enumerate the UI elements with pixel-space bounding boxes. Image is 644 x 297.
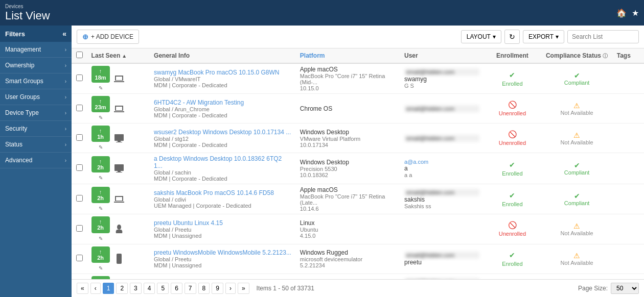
platform-version: 5.2.21234 (300, 262, 396, 268)
search-input[interactable] (567, 30, 639, 43)
device-name-link[interactable]: wsuser2 Desktop Windows Desktop 10.0.171… (154, 129, 292, 136)
tags-cell (613, 214, 644, 244)
row-checkbox[interactable] (76, 164, 83, 171)
ban-circle-icon: 🚫 (508, 221, 517, 229)
device-name-link[interactable]: a Desktop Windows Desktop 10.0.18362 6TQ… (154, 155, 292, 169)
user-header: User (400, 48, 484, 63)
add-device-button[interactable]: ⊕ + ADD DEVICE (77, 30, 139, 44)
star-icon[interactable]: ★ (632, 8, 639, 18)
device-name-link[interactable]: 6HTD4C2 - AW Migration Testing (154, 99, 292, 106)
user-display-name: a a (404, 172, 479, 178)
compliance-status: ✔ Compliant (545, 161, 609, 176)
svg-rect-3 (114, 164, 124, 171)
toolbar-right: LAYOUT ▾ ↻ EXPORT ▾ (461, 30, 639, 44)
compliance-label: Not Available (561, 139, 593, 145)
page-4-button[interactable]: 4 (144, 283, 155, 294)
last-seen-sort[interactable]: Last Seen ▲ (91, 52, 146, 59)
toolbar: ⊕ + ADD DEVICE LAYOUT ▾ ↻ EXPORT ▾ (72, 26, 644, 48)
sidebar-item-management[interactable]: Management › (0, 42, 72, 58)
page-7-button[interactable]: 7 (185, 283, 196, 294)
enrollment-label: Unenrolled (499, 110, 526, 116)
edit-icon[interactable]: ✎ (99, 265, 103, 271)
pagesize-select[interactable]: 50 25 100 (611, 283, 639, 294)
compliance-status: ✔ Compliant (545, 71, 609, 86)
export-button[interactable]: EXPORT ▾ (523, 30, 564, 43)
table-row: ↑1h ✎ wsuser2 Desktop Windows Desktop 10… (72, 123, 644, 153)
page-2-button[interactable]: 2 (116, 283, 128, 294)
sidebar-item-user-groups[interactable]: User Groups › (0, 89, 72, 105)
device-group: Global / sachin (154, 169, 292, 176)
compliance-label: Not Available (561, 260, 593, 266)
page-1-button[interactable]: 1 (103, 283, 114, 294)
edit-icon[interactable]: ✎ (99, 236, 103, 241)
sidebar-item-ownership[interactable]: Ownership › (0, 58, 72, 73)
compliance-status: ⚠ Not Available (545, 131, 609, 145)
device-icon (112, 192, 126, 206)
plus-icon: ⊕ (82, 33, 88, 41)
platform-header[interactable]: Platform (296, 48, 400, 63)
info-icon[interactable]: ⓘ (603, 53, 608, 59)
ban-circle-icon: 🚫 (508, 101, 517, 109)
chevron-right-icon: › (65, 63, 66, 68)
page-9-button[interactable]: 9 (212, 283, 223, 294)
page-5-button[interactable]: 5 (157, 283, 169, 294)
svg-point-6 (117, 225, 121, 230)
row-checkbox[interactable] (76, 105, 83, 111)
refresh-button[interactable]: ↻ (504, 30, 520, 44)
edit-icon[interactable]: ✎ (99, 85, 103, 91)
last-page-button[interactable]: » (238, 283, 249, 294)
device-group: Global / VMwareIT (154, 76, 292, 82)
enrollment-header: Enrollment (484, 48, 541, 63)
last-seen-header[interactable]: Last Seen ▲ (87, 48, 150, 63)
compliance-label: Compliant (564, 80, 590, 86)
sidebar-item-label: Advanced (5, 157, 32, 164)
sidebar-toggle-button[interactable]: « (62, 30, 66, 38)
prev-page-button[interactable]: ‹ (90, 283, 101, 294)
chevron-down-icon: ▾ (493, 33, 496, 40)
home-icon[interactable]: 🏠 (616, 8, 627, 18)
sidebar-item-security[interactable]: Security › (0, 121, 72, 137)
edit-icon[interactable]: ✎ (99, 144, 103, 150)
edit-icon[interactable]: ✎ (99, 175, 103, 181)
table-row: ↑18m ✎ swamyg MacBook Pro macOS 10.15.0 … (72, 63, 644, 94)
enrollment-status: ✔ Enrolled (488, 71, 537, 87)
next-page-button[interactable]: › (225, 283, 236, 294)
check-circle-icon: ✔ (574, 161, 580, 169)
select-all-header[interactable] (72, 48, 87, 63)
general-info-header: General Info (150, 48, 296, 63)
page-3-button[interactable]: 3 (130, 283, 142, 294)
page-6-button[interactable]: 6 (171, 283, 182, 294)
row-checkbox[interactable] (76, 75, 83, 81)
first-page-button[interactable]: « (77, 283, 88, 294)
sidebar-item-device-type[interactable]: Device Type › (0, 105, 72, 121)
device-icon (112, 222, 126, 236)
device-name-link[interactable]: swamyg MacBook Pro macOS 10.15.0 G8WN (154, 69, 292, 76)
page-8-button[interactable]: 8 (198, 283, 210, 294)
device-name-link[interactable]: preetu WindowsMobile WindowsMobile 5.2.2… (154, 249, 292, 256)
enrollment-label: Unenrolled (499, 140, 526, 146)
edit-icon[interactable]: ✎ (99, 115, 103, 120)
device-name-link[interactable]: preetu Ubuntu Linux 4.15 (154, 219, 292, 227)
device-icon (112, 71, 126, 86)
row-checkbox[interactable] (76, 134, 83, 141)
enrollment-status: ✔ Enrolled (488, 161, 537, 177)
edit-icon[interactable]: ✎ (99, 206, 103, 211)
compliance-status: ✔ Compliant (545, 192, 609, 206)
user-email-blurred: email@hidden.com (404, 68, 479, 76)
enrollment-label: Enrolled (502, 170, 522, 177)
ban-circle-icon: 🚫 (508, 130, 517, 138)
platform-name: Chrome OS (300, 105, 396, 112)
sidebar-item-smart-groups[interactable]: Smart Groups › (0, 73, 72, 89)
platform-version: 10.0.18362 (300, 172, 396, 178)
select-all-checkbox[interactable] (76, 52, 83, 58)
device-group: Global / Arun_Chrome (154, 106, 292, 112)
sidebar-item-advanced[interactable]: Advanced › (0, 153, 72, 168)
user-email[interactable]: a@a.com (404, 159, 479, 165)
sidebar-item-status[interactable]: Status › (0, 137, 72, 153)
svg-rect-8 (118, 262, 121, 262)
row-checkbox[interactable] (76, 225, 83, 232)
row-checkbox[interactable] (76, 255, 83, 261)
row-checkbox[interactable] (76, 195, 83, 202)
layout-button[interactable]: LAYOUT ▾ (461, 30, 501, 43)
device-name-link[interactable]: sakshis MacBook Pro macOS 10.14.6 FD58 (154, 189, 292, 196)
